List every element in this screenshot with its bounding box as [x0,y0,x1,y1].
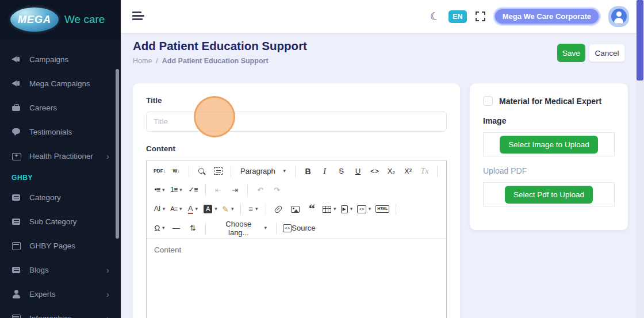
sidebar-item-health-practitioner[interactable]: Health Practitioner› [0,144,121,168]
sidebar-item-testimonials[interactable]: Testimonials [0,120,121,144]
dropdown-arrow-icon: ▾ [231,206,234,212]
code-icon[interactable]: <> [367,163,382,179]
sidebar-item-label: GHBY Pages [29,242,109,250]
font-family-dropdown[interactable]: A≡▾ [168,201,184,217]
subscript-icon[interactable]: X₂ [384,163,399,179]
dropdown-arrow-icon: ▾ [162,225,165,231]
find-replace-icon[interactable] [194,163,209,179]
sidebar-item-careers[interactable]: Careers [0,95,121,120]
briefcase-icon [12,103,21,112]
redo-icon[interactable]: ↷ [269,182,285,198]
fullscreen-icon[interactable] [476,12,485,21]
select-all-icon [214,167,223,175]
toolbar-separator [205,223,206,234]
sidebar-logo[interactable]: MEGA We care [0,0,121,39]
sidebar-section-label: GHBY [0,168,121,185]
strikethrough-icon[interactable]: S [334,163,349,179]
bulleted-list-icon[interactable]: •≡▾ [152,182,167,198]
sidebar-item-blogs[interactable]: Blogs› [0,258,121,282]
sidebar-item-experts[interactable]: Experts› [0,282,121,306]
sidebar-item-campaigns[interactable]: Campaigns [0,47,121,71]
sidebar-scrollbar-thumb[interactable] [116,69,119,239]
sidebar-item-mega-campaigns[interactable]: Mega Campaigns [0,71,121,95]
highlight-dropdown[interactable]: ✎▾ [220,201,236,217]
sidebar-item-label: Category [29,193,109,202]
select-image-button[interactable]: Select Image to Upload [500,136,597,154]
select-pdf-button[interactable]: Select Pdf to Upload [505,186,593,204]
cancel-button[interactable]: Cancel [589,44,625,62]
bold-icon[interactable]: B [300,163,316,179]
insert-image-icon[interactable] [288,201,303,217]
export-pdf-icon[interactable]: PDF↓ [152,163,167,179]
source-button[interactable]: <>Source [281,220,317,236]
dropdown-arrow-icon: ▾ [214,206,217,212]
select-all-icon[interactable] [210,163,226,179]
image-label: Image [483,116,615,125]
logo-tagline: We care [64,13,105,26]
chevron-right-icon: › [106,314,109,318]
toolbar-separator [437,166,438,177]
block-quote-icon[interactable]: “ [304,201,320,217]
sidebar: MEGA We care CampaignsMega CampaignsCare… [0,0,121,318]
special-characters-dropdown[interactable]: Ω▾ [152,220,167,236]
numbered-list-icon[interactable]: 1≡▾ [168,182,184,198]
font-size-dropdown[interactable]: AI▾ [152,201,167,217]
medical-expert-checkbox[interactable] [483,96,493,106]
dropdown-arrow-icon: ▾ [179,187,182,193]
toolbar-separator [276,223,277,234]
image-upload-box: Select Image to Upload [483,132,615,156]
save-button[interactable]: Save [557,44,585,62]
user-avatar[interactable] [608,6,629,27]
breadcrumb-separator: / [156,57,158,65]
title-input[interactable] [146,112,447,132]
font-background-dropdown[interactable]: A▾ [202,201,219,217]
indent-icon[interactable]: ⇥ [227,182,243,198]
medical-expert-label: Material for Medical Expert [499,97,601,106]
sidebar-item-sub-category[interactable]: Sub Category [0,209,121,233]
sidebar-item-category[interactable]: Category [0,185,121,209]
organization-button[interactable]: Mega We Care Corporate [494,8,600,25]
source-button-label: Source [292,224,315,232]
dropdown-arrow-icon: ▾ [283,168,286,174]
html-embed-icon[interactable]: HTML [374,201,391,217]
sidebar-item-ghby-pages[interactable]: GHBY Pages [0,233,121,258]
upload-pdf-label: Upload PDF [483,166,615,175]
heading-dropdown[interactable]: Paragraph▾ [236,163,290,179]
superscript-icon[interactable]: X² [400,163,416,179]
dropdown-arrow-icon: ▾ [369,206,371,212]
sidebar-item-label: Infographics [29,314,98,318]
outdent-icon[interactable]: ⇤ [210,182,226,198]
font-color-dropdown[interactable]: A▾ [185,201,201,217]
language-dropdown[interactable]: Choose lang...▾ [210,220,271,236]
italic-icon[interactable]: I [317,163,332,179]
export-word-icon[interactable]: W↓ [168,163,184,179]
dropdown-arrow-icon: ▾ [264,225,267,231]
editor-content-area[interactable]: Content [147,239,446,318]
toolbar-separator [247,185,248,196]
alignment-dropdown[interactable]: ≡▾ [246,201,261,217]
insert-media-dropdown[interactable]: ▶▾ [339,201,354,217]
breadcrumb-home-link[interactable]: Home [133,57,152,65]
code-block-dropdown[interactable]: <>▾ [355,201,373,217]
horizontal-line-icon[interactable]: — [168,220,184,236]
dropdown-arrow-icon: ▾ [195,206,198,212]
sidebar-item-infographics[interactable]: Infographics› [0,306,121,318]
breadcrumb-current: Add Patient Education Support [162,57,269,65]
dark-mode-toggle-icon[interactable]: ☾ [429,10,441,22]
remove-format-icon[interactable]: Tx [417,163,432,179]
page-break-icon[interactable]: ⇅ [185,220,201,236]
heading-dropdown-label: Paragraph [240,167,275,175]
sidebar-item-label: Testimonials [29,128,109,136]
language-badge[interactable]: EN [448,10,466,23]
link-icon[interactable] [271,201,286,217]
todo-list-icon[interactable]: ✓≡ [185,182,201,198]
page-scrollbar-thumb[interactable] [637,0,643,81]
underline-icon[interactable]: U [350,163,366,179]
undo-icon[interactable]: ↶ [252,182,268,198]
page-title: Add Patient Education Support [133,39,307,53]
sidebar-toggle-button[interactable] [132,10,146,22]
language-dropdown-label: Choose lang... [215,220,262,237]
insert-table-dropdown[interactable]: ▾ [321,201,338,217]
chevron-right-icon: › [106,266,109,274]
toolbar-separator [396,204,396,215]
